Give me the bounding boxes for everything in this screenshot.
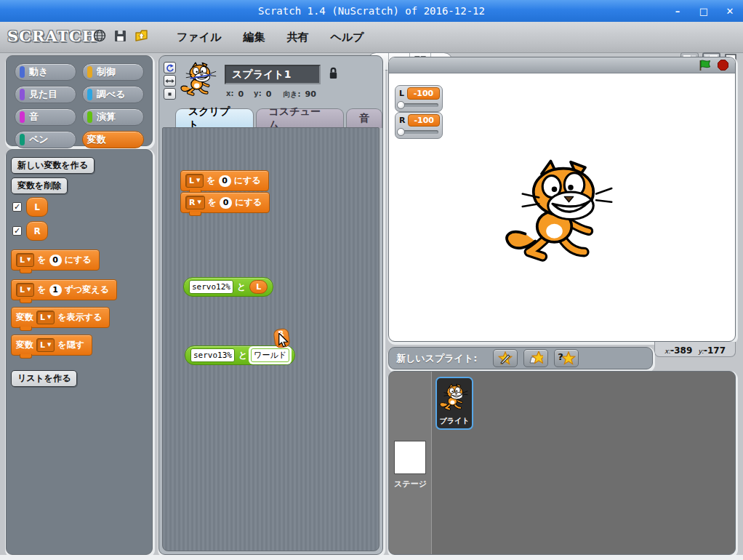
editor-tabs: スクリプト コスチューム 音 <box>175 108 382 128</box>
sprite-name-field[interactable]: スプライト1 <box>225 65 321 84</box>
sprite-thumbnail-cat <box>178 59 220 101</box>
variable-dropdown[interactable]: L▼ <box>16 253 34 267</box>
palette-set-variable-block[interactable]: L▼ を 0 にする <box>11 249 100 271</box>
close-button[interactable]: ✕ <box>724 6 736 17</box>
save-icon[interactable] <box>114 30 126 45</box>
scratch-window: Scratch 1.4 (NuScratch) of 2016-12-12 – … <box>0 0 743 560</box>
watcher-name: L <box>398 89 404 98</box>
menu-bar: SCRATCH ファイル 編集 共有 ヘルプ <box>0 22 743 53</box>
menu-share[interactable]: 共有 <box>286 31 308 44</box>
open-sprite-from-file-button[interactable] <box>523 349 548 367</box>
join-text-input[interactable]: servo13% <box>190 348 235 362</box>
sprite-position-readout: x:0 y:0 向き:90 <box>226 89 316 100</box>
sprite-list-panel: ステージ プライト <box>388 371 736 555</box>
watcher-value: -100 <box>407 87 440 100</box>
scripts-workspace[interactable]: L▼ を 0 にする R▼ を 0 にする servo12% と L servo… <box>162 127 379 551</box>
script-set-L-block[interactable]: L▼ を 0 にする <box>180 170 269 191</box>
chevron-down-icon: ▼ <box>47 343 51 348</box>
join-text-input-editing[interactable]: ワールド <box>251 348 289 362</box>
variable-R-reporter[interactable]: R <box>26 221 48 241</box>
palette-show-variable-block[interactable]: 変数 L▼ を表示する <box>11 307 110 328</box>
title-bar: Scratch 1.4 (NuScratch) of 2016-12-12 – … <box>0 0 743 22</box>
slider-knob[interactable] <box>397 101 405 109</box>
category-control[interactable]: 制御 <box>82 63 144 81</box>
variable-R-checkbox[interactable]: ✓ <box>12 226 22 236</box>
category-sound[interactable]: 音 <box>15 108 76 126</box>
make-list-button[interactable]: リストを作る <box>11 370 77 387</box>
watcher-R[interactable]: R -100 <box>395 112 443 139</box>
surprise-sprite-button[interactable]: ? <box>554 349 579 367</box>
join-text-input[interactable]: servo12% <box>189 280 233 294</box>
sensing-color-stripe <box>87 89 92 100</box>
variable-dropdown[interactable]: L▼ <box>185 174 204 188</box>
join-servo12-block[interactable]: servo12% と L <box>183 277 273 297</box>
menu-file[interactable]: ファイル <box>177 31 221 44</box>
category-pen[interactable]: ペン <box>15 131 76 148</box>
variable-L-reporter[interactable]: L <box>249 280 268 294</box>
chevron-down-icon: ▼ <box>197 200 201 205</box>
sound-color-stripe <box>20 111 25 123</box>
paint-new-sprite-button[interactable] <box>493 349 518 367</box>
watcher-name: R <box>398 116 405 125</box>
lock-icon[interactable] <box>328 66 339 84</box>
mouse-position-readout: x:-389 y:-177 <box>654 342 736 357</box>
looks-color-stripe <box>20 89 25 100</box>
value-input[interactable]: 0 <box>220 197 232 209</box>
menu-help[interactable]: ヘルプ <box>330 31 364 44</box>
sprite-thumbnail-label: プライト <box>440 416 470 426</box>
palette-change-variable-block[interactable]: L▼ を 1 ずつ変える <box>11 279 117 300</box>
category-motion[interactable]: 動き <box>15 63 76 81</box>
make-variable-button[interactable]: 新しい変数を作る <box>11 157 95 174</box>
watcher-value: -100 <box>408 114 440 127</box>
tab-scripts[interactable]: スクリプト <box>175 108 254 128</box>
green-flag-icon[interactable] <box>699 60 712 71</box>
tab-costumes[interactable]: コスチューム <box>256 108 344 128</box>
block-palette-panel: 新しい変数を作る 変数を削除 ✓ L ✓ R L▼ を 0 にする L▼ を 1… <box>6 149 153 555</box>
variable-dropdown[interactable]: R▼ <box>185 196 205 209</box>
rotate-style-button[interactable] <box>164 62 176 73</box>
category-sensing[interactable]: 調べる <box>82 86 144 103</box>
variable-L-reporter[interactable]: L <box>26 197 48 217</box>
stage-cat-sprite[interactable] <box>498 159 625 268</box>
watcher-L[interactable]: L -100 <box>395 85 443 112</box>
window-title: Scratch 1.4 (NuScratch) of 2016-12-12 <box>258 0 485 22</box>
chevron-down-icon: ▼ <box>27 287 31 292</box>
script-set-R-block[interactable]: R▼ を 0 にする <box>180 192 270 213</box>
share-icon[interactable] <box>134 29 148 45</box>
watcher-slider[interactable] <box>398 101 440 109</box>
value-input[interactable]: 0 <box>49 255 62 266</box>
stage[interactable]: L -100 R -100 <box>388 57 736 342</box>
category-operators[interactable]: 演算 <box>82 108 144 126</box>
tab-sounds[interactable]: 音 <box>346 108 382 128</box>
stage-thumbnail[interactable] <box>394 441 426 474</box>
variable-dropdown[interactable]: L▼ <box>16 283 34 297</box>
watcher-slider[interactable] <box>398 128 440 136</box>
category-variables[interactable]: 変数 <box>82 131 144 148</box>
scratch-logo: SCRATCH <box>7 27 97 45</box>
question-mark: ? <box>558 351 563 362</box>
chevron-down-icon: ▼ <box>27 257 31 263</box>
value-input[interactable]: 0 <box>219 175 231 187</box>
variable-dropdown[interactable]: L▼ <box>36 338 55 352</box>
menu-edit[interactable]: 編集 <box>243 31 265 44</box>
block-category-panel: 動き 制御 見た目 調べる 音 演算 ペン 変数 <box>6 55 153 146</box>
category-looks[interactable]: 見た目 <box>15 86 76 103</box>
value-input[interactable]: 1 <box>49 284 62 296</box>
delete-variable-button[interactable]: 変数を削除 <box>11 177 68 194</box>
language-globe-icon[interactable] <box>93 29 106 45</box>
left-right-style-button[interactable] <box>164 75 176 87</box>
maximize-button[interactable]: □ <box>698 6 710 17</box>
palette-hide-variable-block[interactable]: 変数 L▼ を隠す <box>11 335 92 356</box>
operators-color-stripe <box>87 111 92 123</box>
stage-header <box>389 57 735 73</box>
slider-knob[interactable] <box>397 128 405 136</box>
minimize-button[interactable]: – <box>672 6 683 17</box>
variable-L-checkbox[interactable]: ✓ <box>12 202 22 212</box>
join-servo13-block[interactable]: servo13% と ワールド <box>185 345 295 365</box>
stop-icon[interactable] <box>718 60 728 71</box>
variable-dropdown[interactable]: L▼ <box>36 311 55 324</box>
no-rotate-style-button[interactable] <box>164 88 176 100</box>
menu-items: ファイル 編集 共有 ヘルプ <box>177 22 364 53</box>
sprite-thumbnail-selected[interactable]: プライト <box>435 377 473 430</box>
stage-thumbnail-label: ステージ <box>389 479 432 489</box>
